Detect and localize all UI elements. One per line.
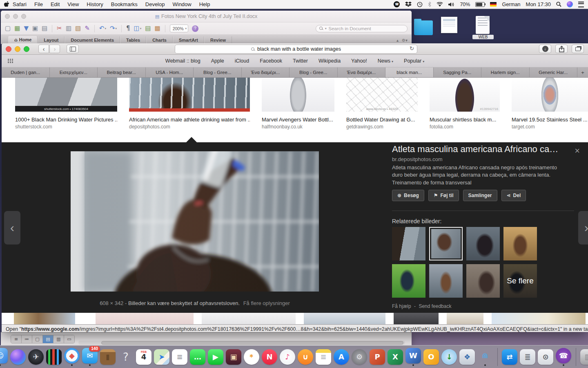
word-toolbar-icon-redo[interactable]: ↷ ▾	[110, 25, 117, 31]
dock-app-device-utility[interactable]: ≣	[519, 349, 536, 365]
bookmark-item[interactable]: News▾	[378, 58, 393, 64]
partial-thumbnail[interactable]	[14, 313, 75, 324]
related-image[interactable]	[392, 227, 425, 260]
safari-tab[interactable]: Εισερχόμεν...	[50, 67, 98, 77]
partial-thumbnail[interactable]	[202, 313, 296, 324]
close-icon[interactable]: ×	[575, 146, 580, 155]
time-machine-icon[interactable]	[417, 1, 423, 8]
result-thumbnail[interactable]	[262, 78, 334, 112]
bluetooth-icon[interactable]	[428, 1, 431, 8]
dock-app-excel[interactable]: X	[387, 349, 404, 365]
ribbon-tab[interactable]: SmartArt	[173, 36, 204, 44]
minimize-button[interactable]	[13, 14, 18, 19]
more-info-link[interactable]: Få flere oplysninger	[243, 300, 290, 306]
send-feedback-link[interactable]: Send feedback	[419, 303, 451, 309]
menu-item[interactable]: File	[34, 1, 43, 7]
reload-icon[interactable]: ↻	[410, 45, 414, 52]
zoom-button[interactable]	[24, 46, 29, 52]
safari-tab[interactable]: Blog - Gree...	[290, 67, 338, 77]
dock-app-finder[interactable]: ☺	[0, 348, 9, 366]
dock-app-teamviewer[interactable]: ⇄	[501, 349, 518, 365]
dock-app-photo-booth[interactable]: ▣	[225, 349, 242, 365]
dock-app-remote-desktop[interactable]: ❖	[459, 349, 476, 365]
menu-item[interactable]: History	[87, 1, 103, 7]
dock-app-viber[interactable]: ☎	[555, 348, 572, 366]
view-button-draft-view[interactable]: ≡	[11, 335, 22, 343]
word-toolbar-icon-undo[interactable]: ↶ ▾	[99, 25, 106, 31]
dock-app-news[interactable]: N	[261, 349, 278, 365]
preview-action-button-samlinger[interactable]: Samlinger	[463, 190, 497, 201]
downloads-button[interactable]: ↓	[539, 45, 551, 53]
safari-tab[interactable]: Duden | gan...	[2, 67, 50, 77]
minimize-button[interactable]	[15, 46, 20, 52]
spotlight-icon[interactable]	[556, 1, 561, 8]
dock-app-image-viewer[interactable]: ⊙	[537, 349, 554, 365]
desktop-folder-icon[interactable]	[414, 20, 433, 35]
partial-thumbnail[interactable]	[492, 313, 586, 324]
dock-app-app-store[interactable]: A	[333, 349, 350, 365]
bookmark-item[interactable]: Wikipedia▾	[318, 58, 341, 64]
ribbon-tab[interactable]: Document Elements	[65, 36, 120, 44]
related-image[interactable]	[466, 264, 500, 298]
back-button[interactable]: ‹	[38, 45, 49, 53]
dock-app-trash[interactable]: ▥	[580, 349, 588, 365]
related-image[interactable]	[429, 264, 463, 298]
menu-item[interactable]: Develop	[145, 1, 165, 7]
related-image[interactable]: Se flere	[503, 264, 537, 298]
dock-app-calendar[interactable]: FEB 4	[136, 349, 152, 365]
dock-app-missing-app[interactable]: ?	[118, 349, 134, 365]
menu-item[interactable]: View	[67, 1, 79, 7]
german-flag-icon[interactable]	[490, 2, 497, 7]
share-button[interactable]	[555, 45, 568, 53]
view-button-web-layout-view[interactable]: ▤	[43, 335, 53, 343]
result-title[interactable]: African American male athlete drinking w…	[129, 117, 250, 123]
bookmark-item[interactable]: Popular▾	[404, 58, 424, 64]
document-search-field[interactable]: ▾ Search in Document	[316, 25, 408, 32]
safari-tab[interactable]: Ένα διαμέρι...	[338, 67, 386, 77]
dock-app-powerpoint[interactable]: P	[369, 349, 386, 365]
safari-tab[interactable]: Blog - Gree...	[194, 67, 242, 77]
view-button-print-layout-view[interactable]: ▢	[32, 335, 43, 343]
dock-app-mail[interactable]: ✉ 140	[82, 348, 98, 366]
result-title[interactable]: 1000+ Black Man Drinking Water Pictures …	[15, 117, 117, 123]
word-toolbar-icon-document-elements[interactable]: ▤ ▾	[145, 25, 151, 31]
safari-tab[interactable]: Ένα διαμέρι...	[242, 67, 290, 77]
bookmark-item[interactable]: Yahoo!▾	[351, 58, 367, 64]
volume-icon[interactable]	[448, 1, 454, 8]
ribbon-tab[interactable]: Layout	[38, 36, 65, 44]
ribbon-tab[interactable]: Charts	[146, 36, 173, 44]
dock-app-photos[interactable]: ＊	[243, 349, 260, 365]
bookmark-item[interactable]: Webmail :: blog▾	[165, 58, 200, 64]
dock-app-siri[interactable]	[10, 349, 27, 365]
new-tab-button[interactable]: +	[577, 67, 588, 77]
menu-item[interactable]: Window	[172, 1, 191, 7]
bookmark-item[interactable]: Twitter▾	[293, 58, 308, 64]
bookmark-item[interactable]: iCloud▾	[235, 58, 249, 64]
ribbon-gear-icon[interactable]: ⚙▾	[402, 38, 408, 43]
collapse-ribbon-icon[interactable]: ▴	[396, 38, 399, 43]
word-toolbar-icon-columns[interactable]: ◫ ▾	[134, 25, 142, 31]
menu-item[interactable]: Safari	[13, 1, 27, 7]
bookmark-item[interactable]: Facebook▾	[260, 58, 282, 64]
dock-app-messages[interactable]: …	[189, 349, 206, 365]
result-title[interactable]: Bottled Water Drawing at G...	[346, 117, 418, 123]
dock-app-contacts[interactable]: ▮	[100, 349, 116, 365]
preview-action-button-del[interactable]: ⋖ Del	[501, 190, 526, 201]
ribbon-tab[interactable]: Review	[204, 36, 232, 44]
dock-app-safari[interactable]: ◆	[64, 348, 80, 366]
notification-center-icon[interactable]	[578, 1, 584, 8]
dock-app-messenger[interactable]: ⋒	[477, 348, 494, 366]
word-toolbar-icon-save[interactable]: ▣ ▾	[32, 25, 38, 31]
partial-thumbnail[interactable]	[447, 313, 483, 324]
result-thumbnail[interactable]: shutterstock.com • 174083504	[15, 78, 117, 112]
menu-clock[interactable]: Mon 17:30	[526, 1, 551, 7]
desktop-screenshot-file[interactable]	[441, 17, 457, 33]
wifi-icon[interactable]	[437, 1, 443, 8]
partial-thumbnail[interactable]	[96, 313, 194, 324]
related-image[interactable]	[503, 227, 537, 260]
dock-app-itunes[interactable]: ♪	[279, 349, 296, 365]
apple-menu-icon[interactable]	[4, 1, 9, 8]
safari-tab[interactable]: USA - Hom...	[146, 67, 194, 77]
dock-app-internet-downloader[interactable]: ↓	[441, 349, 458, 365]
dock-app-ibooks[interactable]: ∪	[297, 349, 314, 365]
